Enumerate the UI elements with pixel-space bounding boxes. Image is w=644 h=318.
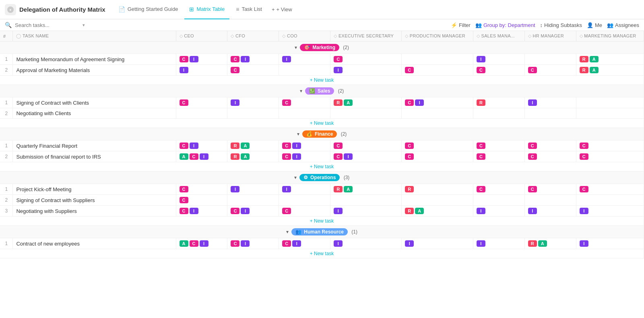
- tag-c[interactable]: C: [334, 142, 343, 149]
- role-cell-prod-mgr[interactable]: C: [402, 65, 473, 76]
- role-cell-exec-sec[interactable]: I: [330, 238, 402, 249]
- task-name-cell[interactable]: Submission of financial report to IRS: [13, 151, 176, 162]
- role-cell-sales-mgr[interactable]: [473, 195, 524, 206]
- tag-r[interactable]: R: [231, 142, 239, 149]
- role-cell-ceo[interactable]: [176, 108, 227, 119]
- role-cell-hr-mgr[interactable]: [524, 54, 576, 65]
- tag-i[interactable]: I: [241, 208, 250, 214]
- task-name-cell[interactable]: Signing of Contract with Suppliers: [13, 195, 176, 206]
- tag-r[interactable]: R: [580, 56, 588, 62]
- hiding-subtasks-button[interactable]: ↕ Hiding Subtasks: [540, 22, 582, 28]
- role-cell-sales-mgr[interactable]: C: [473, 140, 524, 151]
- role-cell-hr-mgr[interactable]: RA: [524, 238, 576, 249]
- new-task-row-sales[interactable]: + New task: [0, 119, 644, 128]
- tag-c[interactable]: C: [580, 153, 588, 160]
- tag-r[interactable]: R: [580, 67, 588, 73]
- tag-i[interactable]: I: [580, 208, 588, 214]
- tag-c[interactable]: C: [405, 153, 414, 160]
- role-cell-sales-mgr[interactable]: R: [473, 97, 524, 108]
- task-name-cell[interactable]: Marketing Memorandum of Agreement Signin…: [13, 54, 176, 65]
- role-cell-prod-mgr[interactable]: R: [402, 184, 473, 195]
- tab-task-list[interactable]: ≡ Task List: [231, 0, 267, 19]
- role-cell-coo[interactable]: CI: [279, 238, 330, 249]
- tag-i[interactable]: I: [334, 208, 343, 214]
- tag-i[interactable]: I: [292, 142, 301, 149]
- task-name-cell[interactable]: Approval of Marketing Materials: [13, 65, 176, 76]
- tag-c[interactable]: C: [180, 56, 188, 62]
- tag-c[interactable]: C: [180, 99, 188, 106]
- role-cell-coo[interactable]: CI: [279, 151, 330, 162]
- role-cell-exec-sec[interactable]: [330, 195, 402, 206]
- role-cell-cfo[interactable]: CI: [227, 206, 279, 217]
- role-cell-hr-mgr[interactable]: [524, 108, 576, 119]
- tag-c[interactable]: C: [477, 153, 485, 160]
- role-cell-ceo[interactable]: ACI: [176, 151, 227, 162]
- tag-a[interactable]: A: [344, 186, 353, 192]
- tag-c[interactable]: C: [528, 67, 537, 73]
- role-cell-ceo[interactable]: CI: [176, 206, 227, 217]
- tag-c[interactable]: C: [580, 142, 588, 149]
- group-chevron-operations[interactable]: ▾: [294, 175, 297, 180]
- tag-i[interactable]: I: [200, 153, 208, 160]
- tag-i[interactable]: I: [334, 240, 343, 247]
- role-cell-coo[interactable]: C: [279, 97, 330, 108]
- tag-i[interactable]: I: [334, 67, 343, 73]
- tag-a[interactable]: A: [415, 208, 424, 214]
- role-cell-mktg-mgr[interactable]: C: [576, 151, 644, 162]
- role-cell-sales-mgr[interactable]: I: [473, 238, 524, 249]
- tag-c[interactable]: C: [405, 99, 414, 106]
- tag-c[interactable]: C: [334, 56, 343, 62]
- role-cell-ceo[interactable]: I: [176, 65, 227, 76]
- tag-r[interactable]: R: [528, 240, 537, 247]
- group-chevron-marketing[interactable]: ▾: [295, 45, 297, 50]
- tag-i[interactable]: I: [528, 208, 537, 214]
- tag-r[interactable]: R: [405, 186, 414, 192]
- tag-a[interactable]: A: [180, 240, 188, 247]
- role-cell-exec-sec[interactable]: C: [330, 54, 402, 65]
- tag-c[interactable]: C: [180, 197, 188, 203]
- tag-i[interactable]: I: [477, 240, 485, 247]
- role-cell-cfo[interactable]: RA: [227, 140, 279, 151]
- tag-c[interactable]: C: [231, 240, 239, 247]
- role-cell-sales-mgr[interactable]: I: [473, 206, 524, 217]
- tag-r[interactable]: R: [477, 99, 485, 106]
- role-cell-hr-mgr[interactable]: C: [524, 65, 576, 76]
- new-task-row-hr[interactable]: + New task: [0, 249, 644, 258]
- role-cell-coo[interactable]: [279, 108, 330, 119]
- tag-i[interactable]: I: [477, 208, 485, 214]
- tag-r[interactable]: R: [334, 186, 343, 192]
- role-cell-prod-mgr[interactable]: C: [402, 151, 473, 162]
- tag-c[interactable]: C: [580, 186, 588, 192]
- tag-c[interactable]: C: [528, 186, 537, 192]
- role-cell-sales-mgr[interactable]: C: [473, 151, 524, 162]
- role-cell-exec-sec[interactable]: I: [330, 206, 402, 217]
- new-task-row-operations[interactable]: + New task: [0, 217, 644, 226]
- role-cell-exec-sec[interactable]: RA: [330, 184, 402, 195]
- tag-r[interactable]: R: [405, 208, 414, 214]
- tag-a[interactable]: A: [538, 240, 547, 247]
- role-cell-hr-mgr[interactable]: I: [524, 206, 576, 217]
- new-task-row-finance[interactable]: + New task: [0, 162, 644, 171]
- tag-c[interactable]: C: [282, 240, 291, 247]
- assignees-button[interactable]: 👥 Assignees: [607, 22, 639, 28]
- tag-i[interactable]: I: [292, 240, 301, 247]
- task-name-cell[interactable]: Quarterly Financial Report: [13, 140, 176, 151]
- tag-c[interactable]: C: [528, 153, 537, 160]
- role-cell-coo[interactable]: CI: [279, 140, 330, 151]
- group-chevron-sales[interactable]: ▾: [300, 88, 302, 94]
- group-chevron-hr[interactable]: ▾: [286, 229, 289, 235]
- new-task-row-marketing[interactable]: + New task: [0, 76, 644, 85]
- role-cell-hr-mgr[interactable]: I: [524, 97, 576, 108]
- tag-i[interactable]: I: [190, 56, 198, 62]
- tag-c[interactable]: C: [405, 142, 414, 149]
- tag-r[interactable]: R: [334, 99, 343, 106]
- tag-c[interactable]: C: [231, 208, 239, 214]
- role-cell-mktg-mgr[interactable]: C: [576, 184, 644, 195]
- tag-i[interactable]: I: [241, 56, 250, 62]
- role-cell-prod-mgr[interactable]: [402, 54, 473, 65]
- tag-i[interactable]: I: [580, 240, 588, 247]
- tag-i[interactable]: I: [405, 240, 414, 247]
- role-cell-sales-mgr[interactable]: C: [473, 65, 524, 76]
- task-name-cell[interactable]: Negotiating with Clients: [13, 108, 176, 119]
- role-cell-sales-mgr[interactable]: [473, 108, 524, 119]
